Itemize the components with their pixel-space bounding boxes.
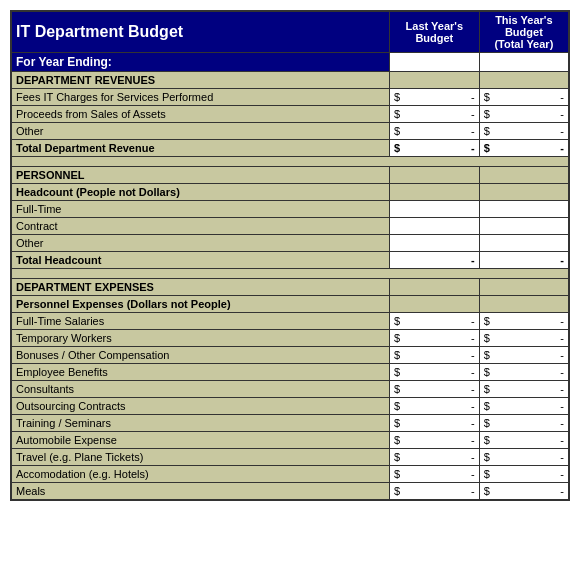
total-revenue-label: Total Department Revenue (11, 140, 389, 157)
headcount-other-label: Other (11, 235, 389, 252)
spacer-row (11, 157, 569, 167)
expense-travel-last: $- (389, 449, 479, 466)
personnel-expenses-subheader: Personnel Expenses (Dollars not People) (11, 296, 389, 313)
table-row: Outsourcing Contracts $- $- (11, 398, 569, 415)
expense-benefits-this: $- (479, 364, 569, 381)
personnel-expenses-subheader-row: Personnel Expenses (Dollars not People) (11, 296, 569, 313)
col-this-year-header: This Year'sBudget(Total Year) (479, 11, 569, 53)
revenue-row-1-last: $- (389, 89, 479, 106)
table-row: Other $- $- (11, 123, 569, 140)
headcount-contract-last (389, 218, 479, 235)
page-title: IT Department Budget (11, 11, 389, 53)
table-row: Accomodation (e.g. Hotels) $- $- (11, 466, 569, 483)
headcount-contract-label: Contract (11, 218, 389, 235)
expense-temp-workers-last: $- (389, 330, 479, 347)
expense-meals-label: Meals (11, 483, 389, 501)
total-headcount-label: Total Headcount (11, 252, 389, 269)
expense-fulltime-salaries-last: $- (389, 313, 479, 330)
headcount-subheader: Headcount (People not Dollars) (11, 184, 389, 201)
table-row: Proceeds from Sales of Assets $- $- (11, 106, 569, 123)
total-headcount-last: - (389, 252, 479, 269)
expense-automobile-last: $- (389, 432, 479, 449)
revenue-row-2-this: $- (479, 106, 569, 123)
headcount-other-last (389, 235, 479, 252)
expense-automobile-label: Automobile Expense (11, 432, 389, 449)
expense-accommodation-last: $- (389, 466, 479, 483)
expense-travel-label: Travel (e.g. Plane Tickets) (11, 449, 389, 466)
expense-bonuses-label: Bonuses / Other Compensation (11, 347, 389, 364)
expense-training-last: $- (389, 415, 479, 432)
expense-meals-last: $- (389, 483, 479, 501)
total-revenue-row: Total Department Revenue $- $- (11, 140, 569, 157)
spacer-row (11, 269, 569, 279)
expense-outsourcing-last: $- (389, 398, 479, 415)
expense-consultants-this: $- (479, 381, 569, 398)
table-row: Fees IT Charges for Services Performed $… (11, 89, 569, 106)
headcount-subheader-row: Headcount (People not Dollars) (11, 184, 569, 201)
budget-table: IT Department Budget Last Year'sBudget T… (10, 10, 570, 501)
expense-accommodation-label: Accomodation (e.g. Hotels) (11, 466, 389, 483)
expense-travel-this: $- (479, 449, 569, 466)
personnel-header: PERSONNEL (11, 167, 389, 184)
table-row: Automobile Expense $- $- (11, 432, 569, 449)
expense-temp-workers-this: $- (479, 330, 569, 347)
headcount-fulltime-label: Full-Time (11, 201, 389, 218)
expense-automobile-this: $- (479, 432, 569, 449)
revenues-header: DEPARTMENT REVENUES (11, 72, 389, 89)
expense-outsourcing-label: Outsourcing Contracts (11, 398, 389, 415)
expense-training-this: $- (479, 415, 569, 432)
total-revenue-this: $- (479, 140, 569, 157)
table-row: Travel (e.g. Plane Tickets) $- $- (11, 449, 569, 466)
expense-training-label: Training / Seminars (11, 415, 389, 432)
headcount-fulltime-last (389, 201, 479, 218)
total-headcount-row: Total Headcount - - (11, 252, 569, 269)
table-row: Training / Seminars $- $- (11, 415, 569, 432)
revenue-row-1-this: $- (479, 89, 569, 106)
expense-fulltime-salaries-this: $- (479, 313, 569, 330)
expenses-section-header: DEPARTMENT EXPENSES (11, 279, 569, 296)
expense-benefits-label: Employee Benefits (11, 364, 389, 381)
expense-bonuses-this: $- (479, 347, 569, 364)
revenue-row-3-this: $- (479, 123, 569, 140)
headcount-contract-this (479, 218, 569, 235)
headcount-fulltime-this (479, 201, 569, 218)
for-year-ending: For Year Ending: (11, 53, 389, 72)
expense-temp-workers-label: Temporary Workers (11, 330, 389, 347)
table-row: Bonuses / Other Compensation $- $- (11, 347, 569, 364)
expense-consultants-last: $- (389, 381, 479, 398)
table-row: Temporary Workers $- $- (11, 330, 569, 347)
col-last-year-header: Last Year'sBudget (389, 11, 479, 53)
expense-fulltime-salaries-label: Full-Time Salaries (11, 313, 389, 330)
table-row: Contract (11, 218, 569, 235)
table-row: Consultants $- $- (11, 381, 569, 398)
personnel-section-header: PERSONNEL (11, 167, 569, 184)
revenue-row-2-last: $- (389, 106, 479, 123)
expense-accommodation-this: $- (479, 466, 569, 483)
total-headcount-this: - (479, 252, 569, 269)
table-row: Full-Time (11, 201, 569, 218)
expense-consultants-label: Consultants (11, 381, 389, 398)
expense-meals-this: $- (479, 483, 569, 501)
revenue-row-2-label: Proceeds from Sales of Assets (11, 106, 389, 123)
table-row: Other (11, 235, 569, 252)
revenue-row-1-label: Fees IT Charges for Services Performed (11, 89, 389, 106)
expense-benefits-last: $- (389, 364, 479, 381)
expense-bonuses-last: $- (389, 347, 479, 364)
table-row: Full-Time Salaries $- $- (11, 313, 569, 330)
revenue-row-3-label: Other (11, 123, 389, 140)
table-row: Employee Benefits $- $- (11, 364, 569, 381)
total-revenue-last: $- (389, 140, 479, 157)
expense-outsourcing-this: $- (479, 398, 569, 415)
headcount-other-this (479, 235, 569, 252)
revenue-row-3-last: $- (389, 123, 479, 140)
expenses-header: DEPARTMENT EXPENSES (11, 279, 389, 296)
table-row: Meals $- $- (11, 483, 569, 501)
revenues-section-header: DEPARTMENT REVENUES (11, 72, 569, 89)
